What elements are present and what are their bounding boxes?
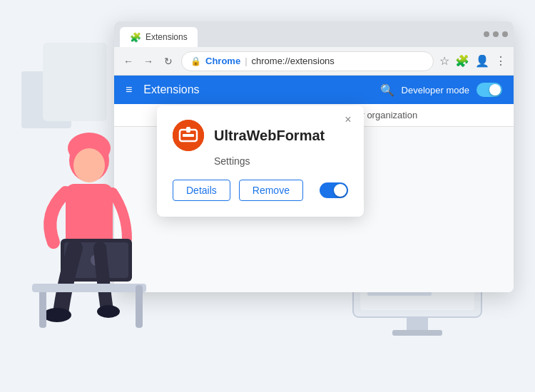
developer-mode-label: Developer mode xyxy=(402,85,469,96)
extension-card: × UltraWebFormat Settings Details Remove xyxy=(157,105,364,217)
remove-button[interactable]: Remove xyxy=(239,180,303,201)
chrome-badge: Chrome xyxy=(205,56,240,66)
extensions-header: ≡ Extensions 🔍 Developer mode xyxy=(114,76,514,104)
close-button[interactable]: × xyxy=(341,113,355,127)
svg-rect-19 xyxy=(407,317,428,331)
svg-rect-10 xyxy=(32,284,146,292)
dot-1 xyxy=(484,31,489,37)
star-icon[interactable]: ☆ xyxy=(439,54,449,68)
svg-rect-20 xyxy=(392,330,442,336)
browser-tab[interactable]: 🧩 Extensions xyxy=(120,27,198,47)
dot-3 xyxy=(502,31,508,37)
toggle-thumb xyxy=(489,84,501,96)
forward-button[interactable]: → xyxy=(141,54,156,68)
extension-toggle-thumb xyxy=(334,184,347,197)
extension-logo xyxy=(173,120,204,151)
extension-card-header: UltraWebFormat xyxy=(173,120,348,151)
more-icon[interactable]: ⋮ xyxy=(495,54,506,68)
svg-rect-11 xyxy=(136,285,143,328)
extension-enable-toggle[interactable] xyxy=(320,182,348,198)
lock-icon: 🔒 xyxy=(190,56,201,66)
tab-puzzle-icon: 🧩 xyxy=(130,32,141,43)
extensions-header-right: 🔍 Developer mode xyxy=(380,83,502,97)
svg-rect-26 xyxy=(183,134,194,137)
developer-mode-toggle[interactable] xyxy=(477,83,502,97)
refresh-button[interactable]: ↻ xyxy=(161,54,175,68)
back-button[interactable]: ← xyxy=(121,54,136,68)
extension-card-actions: Details Remove xyxy=(173,180,348,201)
puzzle-icon[interactable]: 🧩 xyxy=(455,54,469,68)
hamburger-menu[interactable]: ≡ xyxy=(126,83,132,96)
svg-point-7 xyxy=(43,308,71,322)
person-illustration xyxy=(21,121,150,335)
svg-point-8 xyxy=(97,305,120,318)
bg-decoration-1 xyxy=(43,43,107,121)
url-box[interactable]: 🔒 Chrome | chrome://extensions xyxy=(181,51,434,71)
svg-point-2 xyxy=(73,148,105,182)
extensions-title: Extensions xyxy=(143,83,199,96)
search-icon[interactable]: 🔍 xyxy=(380,83,394,97)
dot-2 xyxy=(493,31,499,37)
svg-rect-27 xyxy=(186,127,190,133)
address-icons: ☆ 🧩 👤 ⋮ xyxy=(439,54,506,68)
url-separator: | xyxy=(245,56,247,66)
extension-subtitle: Settings xyxy=(214,155,348,167)
title-bar: 🧩 Extensions xyxy=(114,21,514,47)
details-button[interactable]: Details xyxy=(173,180,230,201)
tab-label: Extensions xyxy=(146,32,188,42)
account-icon[interactable]: 👤 xyxy=(475,54,489,68)
address-bar: ← → ↻ 🔒 Chrome | chrome://extensions ☆ 🧩… xyxy=(114,47,514,76)
extension-name: UltraWebFormat xyxy=(214,128,325,144)
url-path: chrome://extensions xyxy=(252,56,335,66)
svg-rect-3 xyxy=(66,184,113,248)
title-bar-dots xyxy=(484,31,508,37)
